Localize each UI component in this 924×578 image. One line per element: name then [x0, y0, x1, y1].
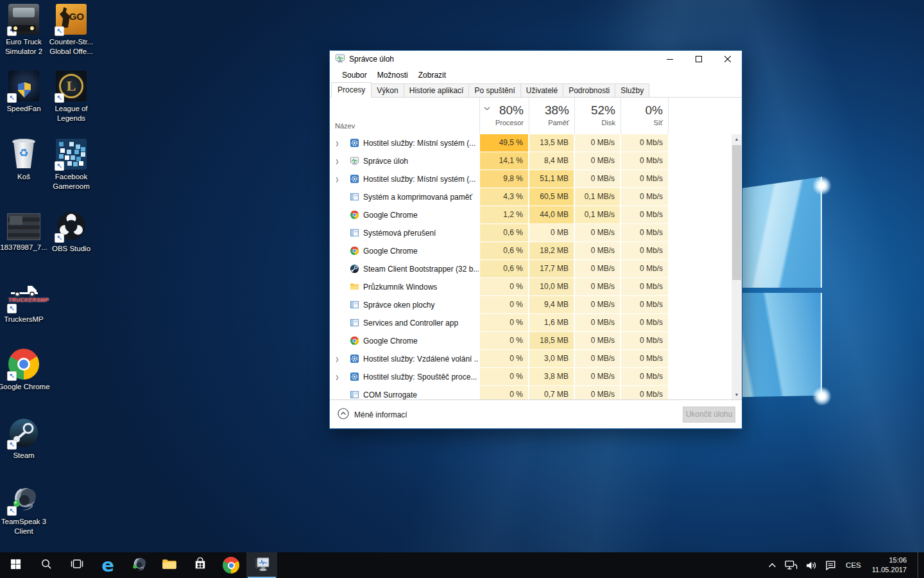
memory-cell: 10,0 MB [529, 278, 574, 295]
process-name: Hostitel služby: Místní systém (... [363, 139, 479, 148]
volume-icon[interactable] [805, 552, 818, 578]
file-explorer-button[interactable] [154, 552, 185, 578]
desktop-icon-csgo[interactable]: GO ↖ Counter-Str... Global Offe... [40, 4, 102, 56]
column-header-memory[interactable]: 38% Paměť [529, 98, 574, 134]
memory-cell: 0,7 MB [529, 386, 574, 400]
process-list: › Hostitel služby: Místní systém (... 49… [330, 134, 732, 400]
clock[interactable]: 15:06 11.05.2017 [869, 556, 912, 575]
desktop-icon-facebook-gameroom[interactable]: ↖ Facebook Gameroom [40, 139, 102, 191]
scroll-down-arrow[interactable]: ▾ [732, 390, 742, 400]
process-row[interactable]: › Hostitel služby: Místní systém (... 9,… [330, 170, 732, 188]
close-button[interactable] [713, 51, 742, 67]
windows-logo-icon [10, 559, 21, 572]
task-manager-icon [253, 556, 271, 575]
desktop-icon-obs-studio[interactable]: ↖ OBS Studio [40, 211, 102, 254]
disk-label: Disk [575, 119, 615, 127]
scroll-up-arrow[interactable]: ▴ [732, 134, 742, 144]
league-of-legends-icon: L↖ [56, 71, 87, 101]
teamspeak-button[interactable] [123, 552, 154, 578]
menu-moznosti[interactable]: Možnosti [372, 69, 413, 82]
process-row[interactable]: › Průzkumník Windows 0 % 10,0 MB 0 MB/s … [330, 278, 732, 296]
cpu-cell: 0 % [480, 296, 528, 313]
process-row[interactable]: › Systém a komprimovaná paměť 4,3 % 60,5… [330, 188, 732, 206]
expand-chevron-icon[interactable]: › [336, 136, 339, 150]
tray-chevron-up-icon[interactable] [767, 552, 778, 578]
process-row[interactable]: › Systémová přerušení 0,6 % 0 MB 0 MB/s … [330, 224, 732, 242]
shortcut-arrow-icon: ↖ [7, 26, 17, 36]
process-name: Průzkumník Windows [363, 283, 479, 292]
process-row[interactable]: › Hostitel služby: Místní systém (... 49… [330, 134, 732, 152]
tab-vykon[interactable]: Výkon [371, 83, 404, 97]
menu-soubor[interactable]: Soubor [337, 69, 372, 82]
menu-zobrazit[interactable]: Zobrazit [413, 69, 451, 82]
tab-podrobnosti[interactable]: Podrobnosti [563, 83, 615, 97]
tab-historie-aplikaci[interactable]: Historie aplikací [404, 83, 470, 97]
tab-po-spusteni[interactable]: Po spuštění [468, 83, 520, 97]
speedfan-shield [17, 82, 31, 98]
minimize-button[interactable] [655, 51, 684, 67]
network-icon[interactable] [783, 552, 799, 578]
process-row[interactable]: › Google Chrome 1,2 % 44,0 MB 0,1 MB/s 0… [330, 206, 732, 224]
store-button[interactable] [185, 552, 216, 578]
process-row[interactable]: › Services and Controller app 0 % 1,6 MB… [330, 314, 732, 332]
task-view-button[interactable] [62, 552, 92, 578]
show-desktop-button[interactable] [918, 552, 920, 578]
process-row[interactable]: › Správce úloh 14,1 % 8,4 MB 0 MB/s 0 Mb… [330, 152, 732, 170]
network-label: Síť [621, 119, 663, 127]
desktop-icon-teamspeak[interactable]: ↖ TeamSpeak 3 Client [0, 484, 55, 536]
process-row[interactable]: › Správce oken plochy 0 % 9,4 MB 0 MB/s … [330, 296, 732, 314]
cpu-cell: 0 % [480, 332, 528, 349]
language-indicator[interactable]: CES [843, 561, 864, 569]
desktop-icon-steam[interactable]: ↖ Steam [0, 417, 55, 460]
task-manager-button[interactable] [246, 552, 277, 578]
chrome-icon [223, 557, 239, 574]
tab-uzivatele[interactable]: Uživatelé [520, 83, 563, 97]
shortcut-arrow-icon: ↖ [7, 304, 17, 313]
expand-chevron-icon[interactable]: › [336, 153, 339, 168]
cpu-cell: 0 % [480, 368, 528, 385]
task-manager-window: Správce úloh Soubor Možnosti Zobrazit Pr… [329, 50, 742, 429]
network-cell: 0 Mb/s [621, 332, 668, 349]
tab-procesy[interactable]: Procesy [331, 82, 372, 98]
expand-chevron-icon[interactable]: › [336, 171, 339, 186]
column-header-network[interactable]: 0% Síť [620, 98, 669, 134]
system-tray: CES 15:06 11.05.2017 [767, 552, 924, 578]
chevron-up-circle-icon [338, 408, 349, 421]
network-cell: 0 Mb/s [621, 278, 668, 295]
expand-chevron-icon[interactable]: › [336, 369, 339, 383]
expand-chevron-icon[interactable]: › [336, 351, 339, 365]
process-row[interactable]: › Google Chrome 0 % 18,5 MB 0 MB/s 0 Mb/… [330, 332, 732, 350]
memory-cell: 8,4 MB [529, 152, 574, 170]
process-row[interactable]: › Hostitel služby: Vzdálené volání ... 0… [330, 350, 732, 368]
desktop-icon-truckersmp[interactable]: TRUCKERSMP ↖ TruckersMP [0, 281, 55, 324]
teamspeak-icon [130, 556, 148, 575]
column-header-name[interactable]: Název [335, 122, 355, 130]
action-center-icon[interactable] [824, 552, 837, 578]
facebook-gameroom-icon: ↖ [56, 139, 87, 170]
column-header-disk[interactable]: 52% Disk [574, 98, 620, 134]
process-row[interactable]: › Google Chrome 0,6 % 18,2 MB 0 MB/s 0 M… [330, 242, 732, 260]
obs-studio-icon: ↖ [56, 211, 87, 241]
process-row[interactable]: › Hostitel služby: Spouštěč proce... 0 %… [330, 368, 732, 386]
column-header-cpu[interactable]: 80% Procesor [479, 98, 529, 134]
folder-icon [350, 282, 359, 292]
desktop-icon-label: TruckersMP [0, 315, 55, 324]
desktop-icon-label: Google Chrome [0, 382, 55, 392]
column-headers: Název 80% Procesor 38% Paměť 52% Disk 0%… [330, 98, 732, 134]
desktop: ↖ Euro Truck Simulator 2 GO ↖ Counter-St… [0, 0, 924, 578]
scrollbar[interactable]: ▴ ▾ [732, 134, 742, 400]
desktop-icon-league-of-legends[interactable]: L↖ League of Legends [40, 71, 102, 123]
chrome-button[interactable] [216, 552, 246, 578]
scrollbar-thumb[interactable] [732, 145, 741, 280]
process-row[interactable]: › COM Surrogate 0 % 0,7 MB 0 MB/s 0 Mb/s [330, 386, 732, 400]
desktop-icon-google-chrome[interactable]: ↖ Google Chrome [0, 349, 55, 392]
less-info-button[interactable]: Méně informací [338, 408, 407, 421]
cpu-cell: 0 % [480, 350, 528, 367]
end-task-button[interactable]: Ukončit úlohu [683, 407, 735, 423]
process-row[interactable]: › Steam Client Bootstrapper (32 b... 0,6… [330, 260, 732, 278]
tab-sluzby[interactable]: Služby [615, 83, 649, 97]
maximize-button[interactable] [684, 51, 713, 67]
start-button[interactable] [0, 552, 31, 578]
edge-button[interactable]: e [92, 552, 123, 578]
search-button[interactable] [31, 552, 62, 578]
